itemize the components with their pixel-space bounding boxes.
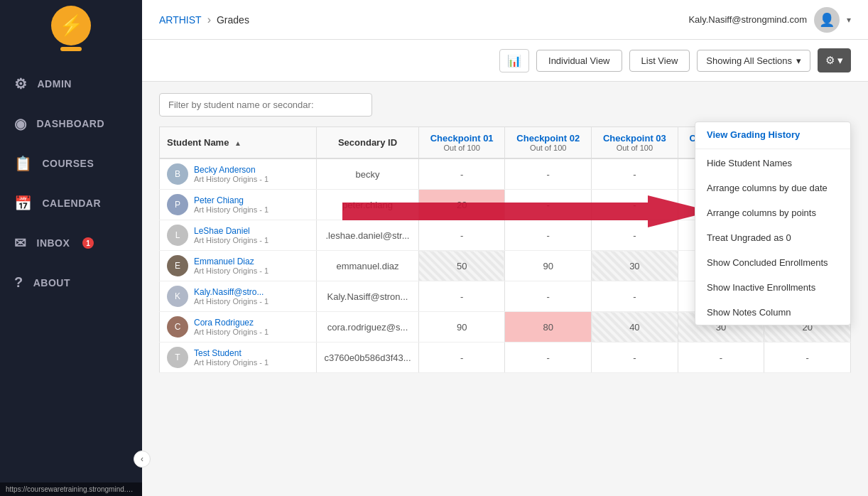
student-avatar: C xyxy=(167,316,188,338)
col-header-student: Student Name ▲ xyxy=(160,127,317,159)
dropdown-item-arrange-by-due-date[interactable]: Arrange columns by due date xyxy=(695,176,850,200)
grade-cell[interactable]: 50 xyxy=(418,251,505,281)
grade-cell[interactable]: - xyxy=(678,343,764,373)
student-name[interactable]: Peter Chiang xyxy=(194,195,268,205)
col-header-cp1[interactable]: Checkpoint 01 Out of 100 xyxy=(418,127,505,159)
dropdown-item-show-concluded[interactable]: Show Concluded Enrollments xyxy=(695,250,850,275)
sidebar-item-admin[interactable]: ⚙ ADMIN xyxy=(0,64,142,104)
grade-cell[interactable]: - xyxy=(418,343,505,373)
student-avatar: T xyxy=(167,347,188,368)
dropdown-item-hide-student-names[interactable]: Hide Student Names xyxy=(695,151,850,176)
breadcrumb-link-arthist[interactable]: ARTHIST xyxy=(159,14,202,26)
student-avatar: E xyxy=(167,255,188,276)
list-view-button[interactable]: List View xyxy=(629,50,690,72)
dashboard-icon: ◉ xyxy=(14,115,27,132)
grade-cell[interactable]: - xyxy=(505,190,592,220)
gear-settings-button[interactable]: ⚙ ▾ xyxy=(818,48,851,72)
student-name[interactable]: Test Student xyxy=(194,348,268,358)
student-name[interactable]: Emmanuel Diaz xyxy=(194,257,268,266)
secondary-id-cell: c3760e0b586d3f43... xyxy=(317,343,419,373)
col-header-cp2[interactable]: Checkpoint 02 Out of 100 xyxy=(505,127,592,159)
grade-cell[interactable]: - xyxy=(505,158,592,190)
filter-row xyxy=(159,93,851,117)
chart-button[interactable]: 📊 xyxy=(499,49,529,72)
grade-cell[interactable]: 90 xyxy=(505,251,592,281)
sidebar-collapse-button[interactable]: ‹ xyxy=(134,451,151,468)
grade-cell[interactable]: - xyxy=(505,343,592,373)
sidebar-item-calendar-label: CALENDAR xyxy=(43,198,102,209)
grade-cell[interactable]: - xyxy=(505,220,592,251)
col-header-cp3[interactable]: Checkpoint 03 Out of 100 xyxy=(592,127,678,159)
secondary-id-cell: cora.rodriguez@s... xyxy=(317,312,419,343)
secondary-id-cell: becky xyxy=(317,158,419,190)
dropdown-item-arrange-by-points[interactable]: Arrange columns by points xyxy=(695,200,850,225)
secondary-id-cell: emmanuel.diaz xyxy=(317,251,419,281)
student-course: Art History Origins - 1 xyxy=(194,328,268,336)
grade-cell[interactable]: - xyxy=(592,158,678,190)
grade-cell[interactable]: - xyxy=(592,343,678,373)
content-area: Student Name ▲ Secondary ID Checkpoint 0… xyxy=(142,82,868,496)
sidebar-item-about[interactable]: ? ABOUT xyxy=(0,263,142,302)
grade-cell[interactable]: - xyxy=(592,281,678,312)
dropdown-item-treat-ungraded-as-0[interactable]: Treat Ungraded as 0 xyxy=(695,225,850,250)
student-cell: L LeShae Daniel Art History Origins - 1 xyxy=(160,220,317,251)
settings-dropdown-menu: View Grading HistoryHide Student NamesAr… xyxy=(695,122,851,325)
student-cell: C Cora Rodriguez Art History Origins - 1 xyxy=(160,312,317,343)
sidebar-item-courses-label: COURSES xyxy=(43,158,94,169)
showing-all-sections-button[interactable]: Showing All Sections ▾ xyxy=(697,50,810,72)
grade-cell[interactable]: 40 xyxy=(592,312,678,343)
sidebar-item-dashboard-label: DASHBOARD xyxy=(37,118,105,129)
student-course: Art History Origins - 1 xyxy=(194,175,268,183)
individual-view-button[interactable]: Individual View xyxy=(536,50,622,72)
student-course: Art History Origins - 1 xyxy=(194,236,268,244)
student-filter-input[interactable] xyxy=(159,93,372,117)
toolbar-area: 📊 Individual View List View Showing All … xyxy=(142,40,868,82)
student-name[interactable]: Kaly.Nasiff@stro... xyxy=(194,287,268,297)
calendar-icon: 📅 xyxy=(14,195,33,212)
grade-cell[interactable]: 20 xyxy=(418,190,505,220)
grade-cell[interactable]: 90 xyxy=(418,312,505,343)
dropdown-item-show-notes[interactable]: Show Notes Column xyxy=(695,300,850,325)
sidebar-item-calendar[interactable]: 📅 CALENDAR xyxy=(0,183,142,223)
student-cell: K Kaly.Nasiff@stro... Art History Origin… xyxy=(160,281,317,312)
user-chevron-icon: ▾ xyxy=(847,15,851,25)
dropdown-item-view-grading-history[interactable]: View Grading History xyxy=(695,122,850,149)
breadcrumb-separator: › xyxy=(207,14,211,26)
student-course: Art History Origins - 1 xyxy=(194,358,268,367)
courses-icon: 📋 xyxy=(14,155,33,172)
student-course: Art History Origins - 1 xyxy=(194,297,268,306)
sidebar-item-inbox[interactable]: ✉ INBOX 1 xyxy=(0,223,142,263)
topbar: ARTHIST › Grades Kaly.Nasiff@strongmind.… xyxy=(142,0,868,40)
student-cell: T Test Student Art History Origins - 1 xyxy=(160,343,317,373)
inbox-icon: ✉ xyxy=(14,234,27,252)
sidebar-item-courses[interactable]: 📋 COURSES xyxy=(0,144,142,183)
student-name[interactable]: Becky Anderson xyxy=(194,165,268,175)
sidebar-nav: ⚙ ADMIN ◉ DASHBOARD 📋 COURSES 📅 CALENDAR… xyxy=(0,64,142,302)
secondary-id-cell: peter.chiang xyxy=(317,190,419,220)
student-name[interactable]: LeShae Daniel xyxy=(194,226,268,236)
grade-cell[interactable]: - xyxy=(418,158,505,190)
sidebar-item-admin-label: ADMIN xyxy=(38,78,72,90)
grade-cell[interactable]: - xyxy=(505,281,592,312)
grade-cell[interactable]: - xyxy=(592,220,678,251)
sidebar-item-dashboard[interactable]: ◉ DASHBOARD xyxy=(0,104,142,144)
showing-all-sections-label: Showing All Sections xyxy=(706,55,792,66)
app-logo[interactable]: ⚡ xyxy=(50,7,92,50)
admin-icon: ⚙ xyxy=(14,75,28,92)
main-content: ARTHIST › Grades Kaly.Nasiff@strongmind.… xyxy=(142,0,868,496)
dropdown-item-show-inactive[interactable]: Show Inactive Enrollments xyxy=(695,275,850,300)
grade-cell[interactable]: 30 xyxy=(592,251,678,281)
about-icon: ? xyxy=(14,274,23,291)
grade-cell[interactable]: 80 xyxy=(505,312,592,343)
student-course: Art History Origins - 1 xyxy=(194,266,268,275)
grade-cell[interactable]: - xyxy=(592,190,678,220)
grade-cell[interactable]: - xyxy=(418,220,505,251)
secondary-id-cell: .leshae.daniel@str... xyxy=(317,220,419,251)
user-menu[interactable]: Kaly.Nasiff@strongmind.com 👤 ▾ xyxy=(688,7,851,33)
student-name[interactable]: Cora Rodriguez xyxy=(194,318,268,328)
student-avatar: P xyxy=(167,194,188,215)
grade-cell[interactable]: - xyxy=(418,281,505,312)
url-bar: https://coursewaretraining.strongmind.co… xyxy=(0,482,142,496)
grade-cell[interactable]: - xyxy=(764,343,851,373)
gear-icon: ⚙ xyxy=(825,54,835,67)
